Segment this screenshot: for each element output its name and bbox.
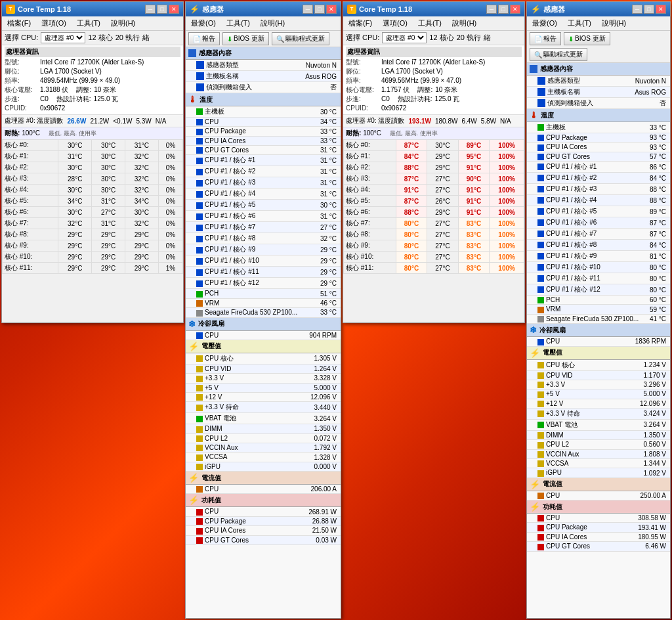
coretemp-left-window: T Core Temp 1.18 ─ □ ✕ 檔案(F) 選項(O) 工具(T)… [1,1,184,323]
list-item: +5 V 5.000 V [186,383,341,392]
r-temp-scroll[interactable]: 核心 #0: 87°C 30°C 89°C 100% 核心 #1: 84°C 2… [343,139,524,322]
driver-button[interactable]: 🔍 驅動程式更新 [272,32,329,45]
list-item: CPU GT Cores 0.03 W [186,535,341,544]
list-item: CPU #1 / 核心 #8 84 °C [527,240,670,251]
r-bios-icon: ⬇ [568,35,574,43]
hwinfo-right-toolbar: 📄 報告 ⬇ BIOS 更新 🔍 驅動程式更新 [527,31,670,63]
cpu-select[interactable]: 處理器 #0 [41,32,85,43]
r-bios-button[interactable]: ⬇ BIOS 更新 [564,32,610,45]
temp-row: 核心 #11: 29°C 29°C 29°C 1% [3,263,183,274]
hwinfo-right-titlebar: ⚡ 感應器 ─ □ ✕ [527,2,670,16]
list-item: CPU L2 0.072 V [186,433,341,443]
list-item: CPU #1 / 核心 #1 31 °C [186,155,341,166]
temp-icon: 🌡 [188,95,197,104]
list-item: PCH 60 °C [527,296,670,305]
list-item: CPU #1 / 核心 #11 80 °C [527,273,670,284]
r-menu-help[interactable]: 說明(H) [450,18,479,29]
r-driver-button[interactable]: 🔍 驅動程式更新 [530,48,587,61]
list-item: DIMM 1.350 V [186,424,341,433]
r-voltage-section-header: ⚡ 電壓值 [527,347,670,360]
menu-help2[interactable]: 說明(H) [258,18,287,29]
coretemp-left-content: 處理器資訊 型號: Intel Core i7 12700K (Alder La… [2,45,183,322]
list-item: VRM 59 °C [527,305,670,314]
menu-help[interactable]: 說明(H) [108,18,138,29]
list-item: CPU GT Cores 6.46 W [527,542,670,551]
hwinfo-left-scroll[interactable]: 感應器內容 感應器類型 Nuvoton N 主機板名稱 Asus ROG [186,47,341,618]
maximize-button[interactable]: □ [157,5,167,14]
r-current-section-header: ⚡ 電流值 [527,478,670,491]
r-fan-icon: ❄ [530,325,537,335]
r-hwinfo-close[interactable]: ✕ [656,5,666,14]
menu-favorites[interactable]: 最愛(O) [188,18,219,29]
hwinfo-close[interactable]: ✕ [326,5,337,14]
temp-scroll[interactable]: 核心 #0: 30°C 30°C 31°C 0% 核心 #1: 31°C 30°… [2,139,183,322]
list-item: CPU #1 / 核心 #5 89 °C [527,206,670,217]
hwinfo-left-power-table: CPU 268.91 W CPU Package 26.88 W CPU IA … [186,507,341,544]
hwinfo-right-scroll[interactable]: 感應器內容 感應器類型 Nuvoton N 主機板名稱 Asus ROG [527,63,670,618]
hwinfo-left-menu: 最愛(O) 工具(T) 說明(H) [186,16,341,31]
mb-info-table: 感應器類型 Nuvoton N 主機板名稱 Asus ROG 偵測到機箱侵入 [186,60,341,93]
temp-row: 核心 #4: 30°C 30°C 32°C 0% [3,185,183,196]
minimize-button[interactable]: ─ [145,5,156,14]
list-item: CPU 206.00 A [186,485,341,494]
r-menu-tools2[interactable]: 工具(T) [565,18,594,29]
r-menu-favorites[interactable]: 最愛(O) [530,18,560,29]
menu-options[interactable]: 選項(O) [39,18,69,29]
coretemp-right-content: 處理器資訊 型號: Intel Core i7 12700K (Alder La… [343,45,524,322]
list-item: CPU #1 / 核心 #8 32 °C [186,233,341,244]
r-intrusion-row: 偵測到機箱侵入 否 [527,98,670,109]
list-item: CPU #1 / 核心 #5 30 °C [186,200,341,211]
r-minimize-button[interactable]: ─ [486,5,497,14]
menu-tools[interactable]: 工具(T) [74,18,103,29]
r-temp-row: 核心 #5: 87°C 26°C 91°C 100% [344,196,524,207]
list-item: CPU #1 / 核心 #10 80 °C [527,262,670,273]
hwinfo-right-fan-table: CPU 1836 RPM [527,337,670,346]
menu-file[interactable]: 檔案(F) [5,18,33,29]
r-driver-icon: 🔍 [534,51,542,58]
list-item: +3.3 V 3.328 V [186,374,341,383]
list-item: CPU #1 / 核心 #2 31 °C [186,166,341,177]
hwinfo-left-titlebar: ⚡ 感應器 ─ □ ✕ [186,2,341,16]
r-temp-row: 核心 #8: 80°C 27°C 83°C 100% [344,229,524,240]
hwinfo-icon: ⚡ [190,5,200,14]
temp-row: 核心 #0: 30°C 30°C 31°C 0% [3,140,183,151]
list-item: CPU L2 0.560 V [527,440,670,449]
r-menu-tools[interactable]: 工具(T) [415,18,444,29]
driver-icon: 🔍 [276,35,284,43]
hwinfo-minimize[interactable]: ─ [303,5,313,14]
r-power-section-header: ⚡ 功耗值 [527,500,670,514]
bios-button[interactable]: ⬇ BIOS 更新 [222,32,269,45]
mb-icon [188,49,196,57]
list-item: Seagate FireCuda 530 ZP100... 41 °C [527,314,670,323]
temp-row: 核心 #9: 29°C 29°C 29°C 0% [3,240,183,252]
r-mb-section-header: 感應器內容 [527,63,670,76]
r-hwinfo-minimize[interactable]: ─ [632,5,642,14]
menu-tools2[interactable]: 工具(T) [224,18,253,29]
hwinfo-left-current-table: CPU 206.00 A [186,485,341,494]
r-close-button[interactable]: ✕ [510,5,520,14]
r-menu-file[interactable]: 檔案(F) [346,18,375,29]
current-section-header: ⚡ 電流值 [186,472,341,485]
list-item: CPU IA Cores 180.95 W [527,532,670,541]
r-hwinfo-maximize[interactable]: □ [644,5,654,14]
r-temp-icon: 🌡 [530,110,538,120]
r-report-button[interactable]: 📄 報告 [530,32,561,45]
list-item: +3.3 V 待命 3.440 V [186,402,341,413]
list-item: VCCSA 1.344 V [527,459,670,468]
r-menu-options[interactable]: 選項(O) [380,18,410,29]
cores-label: 12 核心 [88,33,112,43]
hwinfo-maximize[interactable]: □ [314,5,325,14]
report-button[interactable]: 📄 報告 [188,32,220,45]
list-item: CPU #1 / 核心 #12 80 °C [527,284,670,296]
list-item: +5 V 5.000 V [527,389,670,399]
intrusion-row: 偵測到機箱侵入 否 [186,82,341,93]
r-maximize-button[interactable]: □ [498,5,509,14]
voltage-icon: ⚡ [188,342,199,351]
list-item: CPU 1836 RPM [527,337,670,346]
freq-row: 頻率: 4899.54MHz (99.99 × 49.0) [5,76,180,85]
bios-icon: ⬇ [227,35,232,43]
r-mb-icon [530,65,537,73]
r-menu-help2[interactable]: 說明(H) [599,18,629,29]
close-button[interactable]: ✕ [169,5,179,14]
r-cpu-select[interactable]: 處理器 #0 [382,32,427,43]
